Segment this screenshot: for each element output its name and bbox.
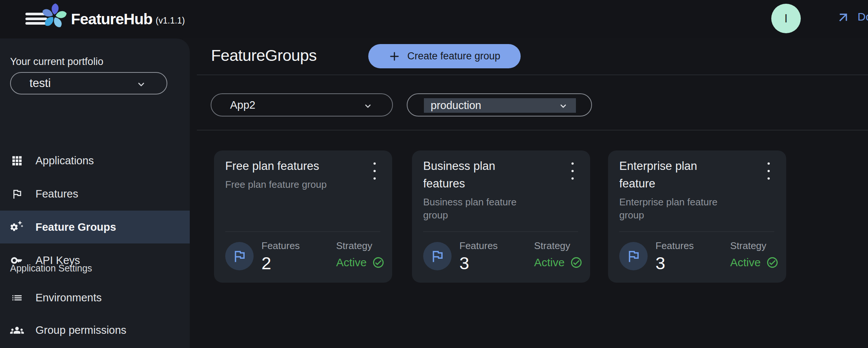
strategy-label: Strategy: [336, 240, 385, 252]
avatar-letter: I: [784, 12, 788, 25]
environment-select-highlight: production: [424, 98, 576, 113]
features-stat: Features 2: [261, 240, 300, 273]
chevron-down-icon: [558, 101, 568, 111]
check-circle-icon: [766, 256, 779, 269]
card-title: Business plan features: [423, 157, 535, 192]
header-divider: [197, 75, 868, 75]
strategy-value: Active: [730, 256, 761, 269]
card-title: Enterprise plan feature: [619, 157, 731, 192]
features-label: Features: [655, 240, 694, 252]
sidebar-item-label: Group permissions: [35, 324, 126, 336]
features-count: 3: [655, 253, 694, 273]
sidebar-item-environments[interactable]: Environments: [0, 281, 190, 314]
portfolio-select[interactable]: testi: [10, 72, 167, 94]
sidebar-item-applications[interactable]: Applications: [0, 144, 190, 177]
user-avatar[interactable]: I: [771, 4, 801, 33]
flag-badge: [423, 242, 452, 270]
card-description: Enterprise plan feature group: [619, 196, 728, 222]
create-feature-group-button[interactable]: Create feature group: [368, 44, 521, 68]
card-menu-button[interactable]: [762, 162, 775, 180]
filter-divider: [197, 130, 868, 130]
sidebar: Your current portfolio testi Application…: [0, 38, 190, 348]
apps-grid-icon: [9, 155, 24, 167]
environment-select[interactable]: production: [407, 93, 592, 116]
chevron-down-icon: [363, 101, 373, 111]
strategy-stat: Strategy Active: [534, 240, 583, 269]
docs-link[interactable]: Do: [837, 10, 868, 23]
arrow-outward-icon: [837, 10, 849, 23]
flag-icon: [626, 248, 641, 264]
sidebar-item-label: Environments: [35, 292, 102, 304]
check-circle-icon: [570, 256, 583, 269]
brand: FeatureHub (v1.1.1): [71, 0, 185, 38]
strategy-value: Active: [336, 256, 367, 269]
environment-select-value: production: [431, 99, 481, 112]
featurehub-app: FeatureHub (v1.1.1) I Do Your current po…: [0, 0, 868, 348]
strategy-stat: Strategy Active: [730, 240, 779, 269]
feature-group-card[interactable]: Business plan features Business plan fea…: [412, 150, 590, 283]
card-divider: [423, 232, 578, 232]
card-description: Business plan feature group: [423, 196, 531, 222]
create-button-label: Create feature group: [407, 50, 500, 62]
sidebar-item-group-permissions[interactable]: Group permissions: [0, 314, 190, 347]
sidebar-item-label: Feature Groups: [35, 221, 116, 233]
strategy-value: Active: [534, 256, 565, 269]
page-title: FeatureGroups: [211, 46, 317, 65]
app-name: FeatureHub: [71, 10, 152, 28]
sidebar-item-feature-groups[interactable]: Feature Groups: [0, 211, 190, 243]
plus-icon: [388, 50, 400, 62]
top-bar: FeatureHub (v1.1.1) I Do: [0, 0, 868, 38]
chevron-down-icon: [136, 79, 146, 90]
strategy-stat: Strategy Active: [336, 240, 385, 269]
portfolio-select-value: testi: [30, 77, 51, 90]
card-divider: [619, 232, 774, 232]
strategy-label: Strategy: [534, 240, 583, 252]
featurehub-logo-icon: [37, 0, 70, 33]
flag-icon: [430, 248, 445, 264]
features-count: 2: [261, 253, 300, 273]
card-divider: [225, 232, 380, 232]
sidebar-item-features[interactable]: Features: [0, 177, 190, 210]
sidebar-item-label: Applications: [35, 155, 94, 167]
card-description: Free plan feature group: [225, 178, 334, 191]
card-title: Free plan features: [225, 157, 337, 175]
card-menu-button[interactable]: [368, 162, 381, 180]
list-icon: [9, 292, 24, 304]
docs-link-label: Do: [858, 10, 868, 23]
strategy-label: Strategy: [730, 240, 779, 252]
feature-group-card[interactable]: Free plan features Free plan feature gro…: [214, 150, 392, 283]
features-stat: Features 3: [459, 240, 498, 273]
features-stat: Features 3: [655, 240, 694, 273]
features-count: 3: [459, 253, 498, 273]
features-label: Features: [459, 240, 498, 252]
features-label: Features: [261, 240, 300, 252]
sidebar-item-label: Features: [35, 188, 78, 200]
gear-sparkles-icon: [9, 220, 24, 234]
portfolio-label: Your current portfolio: [10, 56, 103, 68]
flag-icon: [232, 248, 247, 264]
app-version: (v1.1.1): [156, 16, 185, 26]
application-select-value: App2: [230, 99, 255, 111]
flag-icon: [9, 188, 24, 200]
application-settings-header: Application Settings: [10, 263, 92, 274]
feature-group-card[interactable]: Enterprise plan feature Enterprise plan …: [608, 150, 786, 283]
application-select[interactable]: App2: [211, 93, 393, 116]
card-menu-button[interactable]: [566, 162, 579, 180]
flag-badge: [225, 242, 254, 270]
groups-icon: [9, 323, 24, 337]
flag-badge: [619, 242, 648, 270]
check-circle-icon: [372, 256, 385, 269]
